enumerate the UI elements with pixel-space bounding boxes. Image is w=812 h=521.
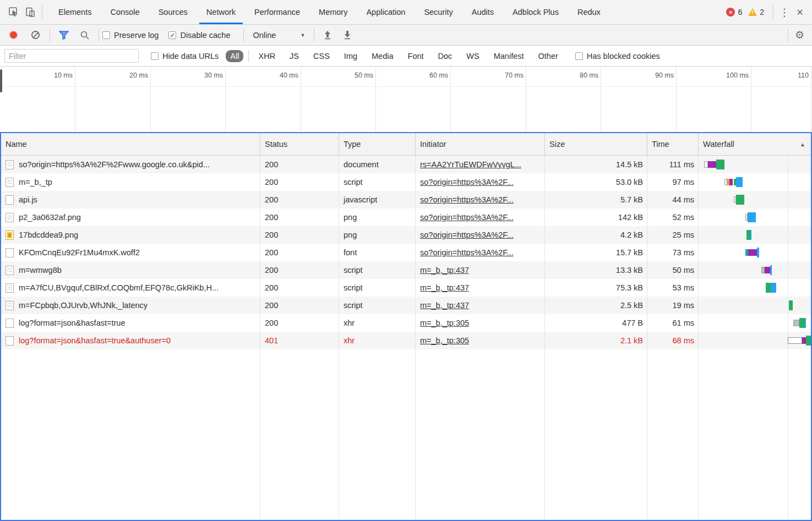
request-waterfall <box>699 244 811 261</box>
initiator-link[interactable]: so?origin=https%3A%2F... <box>420 248 514 257</box>
request-waterfall <box>699 191 811 209</box>
type-filter-img[interactable]: Img <box>340 50 362 62</box>
more-options-icon[interactable]: ⋮ <box>777 6 792 19</box>
network-overview-timeline[interactable]: 10 ms20 ms30 ms40 ms50 ms60 ms70 ms80 ms… <box>0 67 812 132</box>
request-type: font <box>339 244 416 261</box>
search-icon[interactable] <box>80 30 90 40</box>
request-time: 52 ms <box>647 209 699 226</box>
tab-sources[interactable]: Sources <box>149 0 197 24</box>
request-name: api.js <box>19 195 37 204</box>
initiator-link[interactable]: m=_b,_tp:437 <box>420 283 469 292</box>
initiator-link[interactable]: so?origin=https%3A%2F... <box>420 178 514 187</box>
request-row[interactable]: KFOmCnqEu92Fr1Mu4mxK.woff2200fontso?orig… <box>1 244 811 261</box>
type-filter-css[interactable]: CSS <box>309 50 334 62</box>
file-file-icon <box>6 248 14 257</box>
disable-cache-checkbox[interactable]: ✓ <box>168 31 176 39</box>
request-waterfall <box>699 314 811 332</box>
column-header-status[interactable]: Status <box>260 133 339 155</box>
type-filter-doc[interactable]: Doc <box>434 50 457 62</box>
request-row[interactable]: m=_b,_tp200scriptso?origin=https%3A%2F..… <box>1 173 811 191</box>
column-header-waterfall[interactable]: Waterfall▲ <box>699 133 812 155</box>
network-toolbar: Preserve log ✓ Disable cache Online ▼ ⚙ <box>0 25 812 46</box>
clear-icon[interactable] <box>31 31 40 39</box>
preserve-log-checkbox[interactable] <box>102 31 110 39</box>
type-filter-xhr[interactable]: XHR <box>254 50 280 62</box>
request-row[interactable]: api.js200javascriptso?origin=https%3A%2F… <box>1 191 811 209</box>
overview-gridline <box>811 67 811 132</box>
document-file-icon <box>6 283 14 293</box>
console-errors-badge[interactable]: ✕ 6 2 <box>726 8 764 17</box>
filter-toggle-icon[interactable] <box>59 31 69 40</box>
overview-tick-label: 90 ms <box>635 72 674 79</box>
type-filter-js[interactable]: JS <box>285 50 303 62</box>
device-toolbar-icon[interactable] <box>22 4 39 20</box>
initiator-link[interactable]: m=_b,_tp:437 <box>420 301 469 310</box>
import-har-icon[interactable] <box>323 30 332 40</box>
initiator-link[interactable]: rs=AA2YrTuEWDFwVyvgL... <box>420 160 521 169</box>
type-filter-font[interactable]: Font <box>404 50 428 62</box>
hide-data-urls-label[interactable]: Hide data URLs <box>162 52 219 61</box>
request-row[interactable]: m=wmwg8b200scriptm=_b,_tp:43713.3 kB50 m… <box>1 261 811 279</box>
request-row[interactable]: m=A7fCU,BVgquf,CBlRxf,COQbmf,EFQ78c,GkRi… <box>1 279 811 297</box>
network-settings: ⚙ <box>784 29 812 42</box>
tab-memory[interactable]: Memory <box>309 0 357 24</box>
tab-adblock-plus[interactable]: Adblock Plus <box>503 0 568 24</box>
column-header-initiator[interactable]: Initiator <box>416 133 545 155</box>
type-filter-manifest[interactable]: Manifest <box>489 50 528 62</box>
hide-data-urls-checkbox[interactable] <box>151 52 159 60</box>
waterfall-bar-hollow <box>788 337 802 344</box>
initiator-link[interactable]: so?origin=https%3A%2F... <box>420 213 514 222</box>
initiator-link[interactable]: so?origin=https%3A%2F... <box>420 231 514 239</box>
export-har-icon[interactable] <box>343 30 352 40</box>
type-filter-media[interactable]: Media <box>367 50 398 62</box>
initiator-link[interactable]: m=_b,_tp:305 <box>420 336 469 345</box>
close-devtools-icon[interactable]: ✕ <box>792 7 808 18</box>
request-size: 5.7 kB <box>545 191 647 209</box>
initiator-link[interactable]: m=_b,_tp:305 <box>420 319 469 327</box>
document-file-icon <box>6 301 14 310</box>
type-filter-all[interactable]: All <box>226 50 243 62</box>
column-header-type[interactable]: Type <box>339 133 416 155</box>
filter-input[interactable] <box>4 49 139 63</box>
initiator-link[interactable]: m=_b,_tp:437 <box>420 266 469 275</box>
has-blocked-cookies-label[interactable]: Has blocked cookies <box>587 52 660 61</box>
request-row[interactable]: log?format=json&hasfast=true200xhrm=_b,_… <box>1 314 811 332</box>
initiator-link[interactable]: so?origin=https%3A%2F... <box>420 195 514 204</box>
tab-network[interactable]: Network <box>197 0 245 24</box>
type-filter-ws[interactable]: WS <box>462 50 483 62</box>
tab-elements[interactable]: Elements <box>49 0 101 24</box>
request-time: 19 ms <box>647 297 699 314</box>
request-type: xhr <box>339 332 416 349</box>
request-size: 2.5 kB <box>545 297 647 314</box>
column-header-time[interactable]: Time <box>647 133 699 155</box>
column-header-size[interactable]: Size <box>545 133 647 155</box>
has-blocked-cookies-checkbox[interactable] <box>575 52 583 60</box>
tab-audits[interactable]: Audits <box>462 0 503 24</box>
inspect-element-icon[interactable] <box>6 4 22 20</box>
request-name-cell: m=FCpbqb,OJUrvb,WhJNk,_latency <box>1 297 260 314</box>
tab-performance[interactable]: Performance <box>245 0 309 24</box>
request-waterfall <box>699 279 811 297</box>
gear-icon[interactable]: ⚙ <box>795 29 804 41</box>
column-header-name[interactable]: Name <box>1 133 260 155</box>
waterfall-bar-blue <box>770 265 772 275</box>
toolbar-separator <box>773 6 773 19</box>
overview-drag-handle[interactable] <box>0 69 2 92</box>
request-row[interactable]: p2_3a0632af.png200pngso?origin=https%3A%… <box>1 209 811 226</box>
throttling-value: Online <box>253 31 276 40</box>
record-button[interactable] <box>10 31 17 39</box>
waterfall-bar-purple <box>748 249 757 256</box>
tab-security[interactable]: Security <box>415 0 462 24</box>
tab-redux[interactable]: Redux <box>568 0 610 24</box>
request-row[interactable]: 17bdcddea9.png200pngso?origin=https%3A%2… <box>1 226 811 244</box>
request-row[interactable]: so?origin=https%3A%2F%2Fwww.google.co.uk… <box>1 156 811 173</box>
throttling-dropdown[interactable]: Online ▼ <box>253 31 305 40</box>
tab-application[interactable]: Application <box>357 0 415 24</box>
request-row[interactable]: log?format=json&hasfast=true&authuser=04… <box>1 332 811 349</box>
overview-tick-label: 40 ms <box>260 72 298 79</box>
type-filter-other[interactable]: Other <box>534 50 563 62</box>
tab-console[interactable]: Console <box>101 0 149 24</box>
preserve-log-label[interactable]: Preserve log <box>114 31 159 40</box>
disable-cache-label[interactable]: Disable cache <box>180 31 230 40</box>
request-row[interactable]: m=FCpbqb,OJUrvb,WhJNk,_latency200scriptm… <box>1 297 811 314</box>
